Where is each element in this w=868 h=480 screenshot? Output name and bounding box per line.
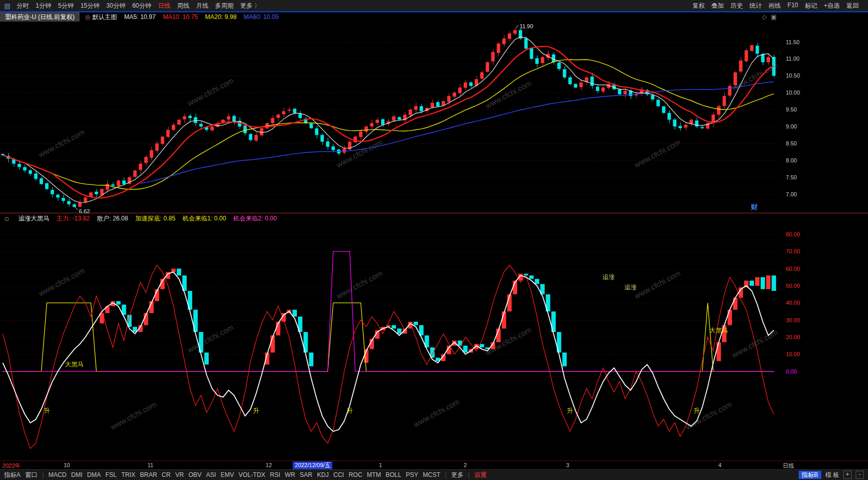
high-price-annotation: 11.90 bbox=[520, 23, 534, 29]
indicator-tick-label: 20.00 bbox=[786, 334, 800, 340]
bottom-btn-1-17[interactable]: ROC bbox=[349, 471, 363, 478]
period-tab-6[interactable]: 60分钟 bbox=[132, 2, 151, 10]
bottom-btn-1-12[interactable]: RSI bbox=[270, 471, 280, 478]
plus-button[interactable]: + bbox=[843, 471, 852, 479]
period-tab-4[interactable]: 15分钟 bbox=[81, 2, 100, 10]
indicator-tick-label: 50.00 bbox=[786, 283, 800, 289]
toolbar-action-9[interactable]: 返回 bbox=[846, 2, 859, 10]
top-toolbar: ▤ 分时1分钟5分钟15分钟30分钟60分钟日线周线月线多周期更多 〉 复权叠加… bbox=[0, 0, 868, 12]
bottom-toolbar: 指标A窗口|MACDDMIDMAFSLTRIXBRARCRVROBVASIEMV… bbox=[0, 469, 868, 480]
period-tab-3[interactable]: 5分钟 bbox=[58, 2, 74, 10]
indicator-tick-label: 80.00 bbox=[786, 231, 800, 237]
period-tab-2[interactable]: 1分钟 bbox=[35, 2, 51, 10]
indicator-name: 追涨大黑马 bbox=[18, 214, 49, 223]
period-tab-10[interactable]: 多周期 bbox=[215, 2, 234, 10]
period-tab-5[interactable]: 30分钟 bbox=[106, 2, 125, 10]
indicator-zhuli-value: 主力: -13.82 bbox=[56, 214, 90, 223]
bottom-btn-1-19[interactable]: BOLL bbox=[386, 471, 402, 478]
bottom-btn-2-0[interactable]: 更多 bbox=[451, 471, 463, 479]
main-chart-canvas[interactable] bbox=[0, 22, 777, 213]
toolbar-action-4[interactable]: 统计 bbox=[749, 2, 762, 10]
bottom-btn-1-16[interactable]: CCI bbox=[333, 471, 344, 478]
low-price-annotation: 6.62 bbox=[79, 208, 90, 214]
toolbar-actions: 复权叠加历史统计画线F10标记+自选返回 bbox=[692, 2, 859, 10]
bottom-btn-1-5[interactable]: BRAR bbox=[140, 471, 157, 478]
finance-fl flag[interactable]: 财 bbox=[751, 202, 758, 212]
price-tick-label: 11.00 bbox=[786, 56, 800, 62]
date-tick-label: 2022年 bbox=[3, 462, 21, 470]
indicator-jihui2-value: 机会来临2: 0.00 bbox=[233, 214, 277, 223]
ma20-value: MA20: 9.98 bbox=[205, 13, 236, 21]
indicator-header: ⊙ 追涨大黑马 主力: -13.82 散户: 26.08 加速探底: 0.85 … bbox=[0, 213, 868, 224]
template-button[interactable]: 模 板 bbox=[825, 471, 839, 479]
bottom-btn-1-1[interactable]: DMI bbox=[71, 471, 82, 478]
bottom-btn-1-11[interactable]: VOL-TDX bbox=[239, 471, 266, 478]
date-tick-label: 12 bbox=[266, 462, 272, 468]
main-chart-style-label: 默认主图 bbox=[92, 13, 117, 22]
main-candlestick-chart: 11.5011.0010.5010.009.509.008.508.007.50… bbox=[0, 22, 868, 213]
bottom-btn-1-4[interactable]: TRIX bbox=[121, 471, 135, 478]
separator: | bbox=[468, 471, 469, 478]
bottom-btn-1-20[interactable]: PSY bbox=[406, 471, 418, 478]
indicator-annotation-6: 升 bbox=[694, 407, 700, 415]
period-tab-9[interactable]: 月线 bbox=[196, 2, 209, 10]
bottom-btn-1-13[interactable]: WR bbox=[285, 471, 295, 478]
app-menu-icon[interactable]: ▤ bbox=[4, 2, 10, 10]
ma5-value: MA5: 10.97 bbox=[124, 13, 156, 21]
window-icon[interactable]: ▣ bbox=[771, 13, 777, 21]
toolbar-action-8[interactable]: +自选 bbox=[824, 2, 840, 10]
indicator-annotation-9: 大黑马 bbox=[709, 326, 728, 335]
bottom-btn-1-8[interactable]: OBV bbox=[188, 471, 201, 478]
toolbar-action-7[interactable]: 标记 bbox=[805, 2, 817, 10]
indicator-annotation-8: 追涨 bbox=[625, 283, 637, 292]
price-tick-label: 8.50 bbox=[786, 140, 797, 146]
minus-button[interactable]: - bbox=[856, 471, 864, 479]
indicator-buttons: 指标A窗口|MACDDMIDMAFSLTRIXBRARCRVROBVASIEMV… bbox=[4, 471, 487, 479]
settings-button[interactable]: 设置 bbox=[475, 471, 487, 479]
bottom-btn-1-21[interactable]: MCST bbox=[423, 471, 440, 478]
bottom-btn-1-2[interactable]: DMA bbox=[87, 471, 101, 478]
main-chart-settings-icon[interactable]: ◎ bbox=[85, 13, 90, 21]
bottom-btn-1-14[interactable]: SAR bbox=[300, 471, 313, 478]
price-tick-label: 11.50 bbox=[786, 39, 800, 45]
indicator-axis: 80.0070.0060.0050.0040.0030.0020.0010.00… bbox=[777, 224, 868, 460]
bottom-btn-1-9[interactable]: ASI bbox=[206, 471, 216, 478]
toolbar-action-6[interactable]: F10 bbox=[787, 2, 798, 10]
date-tick-label: 1 bbox=[379, 462, 382, 468]
indicator-jiasu-value: 加速探底: 0.85 bbox=[135, 214, 175, 223]
stock-title-tab[interactable]: 盟科药业-U (日线.前复权) bbox=[0, 12, 80, 22]
period-tabs: 分时1分钟5分钟15分钟30分钟60分钟日线周线月线多周期更多 〉 bbox=[16, 2, 260, 10]
diamond-icon[interactable]: ◇ bbox=[762, 13, 766, 21]
price-tick-label: 9.00 bbox=[786, 123, 797, 130]
indicator-annotation-2: 升 bbox=[44, 407, 50, 415]
period-tab-7[interactable]: 日线 bbox=[158, 2, 171, 10]
indicator-b-controls: 指标B模 板+- bbox=[799, 471, 864, 479]
date-tick-label: 4 bbox=[719, 462, 722, 468]
price-tick-label: 7.00 bbox=[786, 191, 797, 197]
indicator-settings-icon[interactable]: ⊙ bbox=[4, 215, 9, 223]
toolbar-action-2[interactable]: 叠加 bbox=[711, 2, 724, 10]
period-tab-11[interactable]: 更多 〉 bbox=[240, 2, 260, 10]
indicator-b-button[interactable]: 指标B bbox=[799, 471, 821, 479]
bottom-btn-1-6[interactable]: CR bbox=[162, 471, 171, 478]
price-tick-label: 10.50 bbox=[786, 72, 800, 79]
indicator-canvas[interactable] bbox=[0, 224, 777, 460]
bottom-btn-1-18[interactable]: MTM bbox=[367, 471, 381, 478]
ma60-value: MA60: 10.05 bbox=[244, 13, 279, 21]
bottom-btn-1-3[interactable]: FSL bbox=[105, 471, 117, 478]
bottom-btn-1-10[interactable]: EMV bbox=[221, 471, 234, 478]
bottom-btn-1-7[interactable]: VR bbox=[175, 471, 184, 478]
header-window-controls: ◇ ▣ bbox=[762, 13, 777, 21]
indicator-tick-label: 10.00 bbox=[786, 351, 800, 357]
period-tab-1[interactable]: 分时 bbox=[16, 2, 29, 10]
toolbar-action-5[interactable]: 画线 bbox=[768, 2, 781, 10]
toolbar-action-3[interactable]: 历史 bbox=[730, 2, 743, 10]
toolbar-action-1[interactable]: 复权 bbox=[692, 2, 705, 10]
period-tab-8[interactable]: 周线 bbox=[177, 2, 190, 10]
bottom-btn-1-15[interactable]: KDJ bbox=[317, 471, 329, 478]
selected-date-label: 2022/12/09/五 bbox=[293, 461, 332, 469]
bottom-btn-0-0[interactable]: 指标A bbox=[4, 471, 21, 479]
bottom-btn-1-0[interactable]: MACD bbox=[48, 471, 66, 478]
indicator-sanhu-value: 散户: 26.08 bbox=[97, 214, 128, 223]
bottom-btn-0-1[interactable]: 窗口 bbox=[25, 471, 37, 479]
